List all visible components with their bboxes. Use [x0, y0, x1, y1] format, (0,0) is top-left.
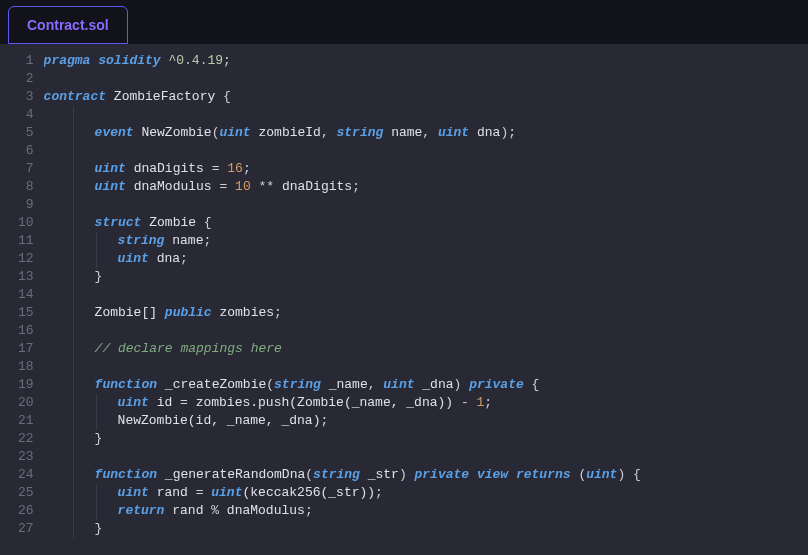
token: dnaModulus: [126, 179, 220, 194]
token: uint: [211, 485, 242, 500]
code-line[interactable]: [44, 448, 808, 466]
token: {: [532, 377, 540, 392]
line-number: 17: [18, 340, 34, 358]
token: 10: [235, 179, 251, 194]
token: }: [95, 269, 103, 284]
token: ;: [243, 161, 251, 176]
token: }: [95, 431, 103, 446]
token: 16: [227, 161, 243, 176]
token: ^0.4.19: [168, 53, 223, 68]
token: dna: [469, 125, 500, 140]
code-line[interactable]: Zombie[] public zombies;: [44, 304, 808, 322]
token: solidity: [98, 53, 160, 68]
code-line[interactable]: uint dna;: [44, 250, 808, 268]
line-number: 27: [18, 520, 34, 538]
code-editor[interactable]: 1234567891011121314151617181920212223242…: [0, 44, 808, 555]
token: rand: [164, 503, 211, 518]
token: _str: [360, 467, 399, 482]
line-number: 9: [18, 196, 34, 214]
code-line[interactable]: function _createZombie(string _name, uin…: [44, 376, 808, 394]
token: uint: [95, 179, 126, 194]
token: name: [383, 125, 422, 140]
line-number: 10: [18, 214, 34, 232]
line-gutter: 1234567891011121314151617181920212223242…: [0, 44, 44, 555]
code-line[interactable]: uint id = zombies.push(Zombie(_name, _dn…: [44, 394, 808, 412]
token: NewZombie(id, _name, _dna): [118, 413, 321, 428]
line-number: 23: [18, 448, 34, 466]
token: event: [95, 125, 134, 140]
line-number: 18: [18, 358, 34, 376]
code-line[interactable]: contract ZombieFactory {: [44, 88, 808, 106]
token: ): [399, 467, 415, 482]
token: returns: [516, 467, 571, 482]
token: _dna: [415, 377, 454, 392]
token: ,: [422, 125, 438, 140]
token: _name: [321, 377, 368, 392]
line-number: 19: [18, 376, 34, 394]
token: (keccak256(_str)): [242, 485, 375, 500]
tab-bar: Contract.sol: [0, 0, 808, 44]
code-line[interactable]: pragma solidity ^0.4.19;: [44, 52, 808, 70]
code-line[interactable]: [44, 286, 808, 304]
token: (: [305, 467, 313, 482]
token: id: [149, 395, 180, 410]
code-line[interactable]: }: [44, 520, 808, 538]
code-line[interactable]: uint dnaModulus = 10 ** dnaDigits;: [44, 178, 808, 196]
token: // declare mappings here: [95, 341, 282, 356]
token: (: [571, 467, 587, 482]
token: name: [164, 233, 203, 248]
token: ZombieFactory: [114, 89, 215, 104]
token: function: [95, 377, 157, 392]
line-number: 2: [18, 70, 34, 88]
token: ): [617, 467, 633, 482]
token: [251, 179, 259, 194]
code-line[interactable]: [44, 70, 808, 88]
line-number: 15: [18, 304, 34, 322]
token: return: [118, 503, 165, 518]
token: ;: [484, 395, 492, 410]
token: zombieId: [251, 125, 321, 140]
token: private: [415, 467, 470, 482]
code-line[interactable]: // declare mappings here: [44, 340, 808, 358]
code-line[interactable]: function _generateRandomDna(string _str)…: [44, 466, 808, 484]
token: (: [266, 377, 274, 392]
tab-contract-sol[interactable]: Contract.sol: [8, 6, 128, 44]
code-line[interactable]: [44, 358, 808, 376]
token: ;: [180, 251, 188, 266]
token: uint: [383, 377, 414, 392]
token: dna: [149, 251, 180, 266]
token: rand: [149, 485, 196, 500]
token: uint: [118, 485, 149, 500]
token: ,: [368, 377, 384, 392]
code-line[interactable]: [44, 196, 808, 214]
code-line[interactable]: uint rand = uint(keccak256(_str));: [44, 484, 808, 502]
code-line[interactable]: [44, 322, 808, 340]
code-line[interactable]: [44, 106, 808, 124]
code-line[interactable]: string name;: [44, 232, 808, 250]
token: dnaModulus: [219, 503, 305, 518]
code-line[interactable]: }: [44, 268, 808, 286]
code-line[interactable]: uint dnaDigits = 16;: [44, 160, 808, 178]
line-number: 1: [18, 52, 34, 70]
code-line[interactable]: }: [44, 430, 808, 448]
token: [106, 89, 114, 104]
line-number: 11: [18, 232, 34, 250]
code-line[interactable]: [44, 142, 808, 160]
code-line[interactable]: NewZombie(id, _name, _dna);: [44, 412, 808, 430]
token: ;: [274, 305, 282, 320]
code-line[interactable]: return rand % dnaModulus;: [44, 502, 808, 520]
line-number: 25: [18, 484, 34, 502]
token: struct: [95, 215, 142, 230]
tab-label: Contract.sol: [27, 17, 109, 33]
code-line[interactable]: struct Zombie {: [44, 214, 808, 232]
token: ;: [203, 233, 211, 248]
token: zombies.push(Zombie(_name, _dna)): [188, 395, 461, 410]
token: **: [259, 179, 275, 194]
token: string: [313, 467, 360, 482]
line-number: 4: [18, 106, 34, 124]
code-line[interactable]: event NewZombie(uint zombieId, string na…: [44, 124, 808, 142]
token: uint: [118, 251, 149, 266]
code-area[interactable]: pragma solidity ^0.4.19;contract ZombieF…: [44, 44, 808, 555]
token: }: [95, 521, 103, 536]
token: [469, 395, 477, 410]
